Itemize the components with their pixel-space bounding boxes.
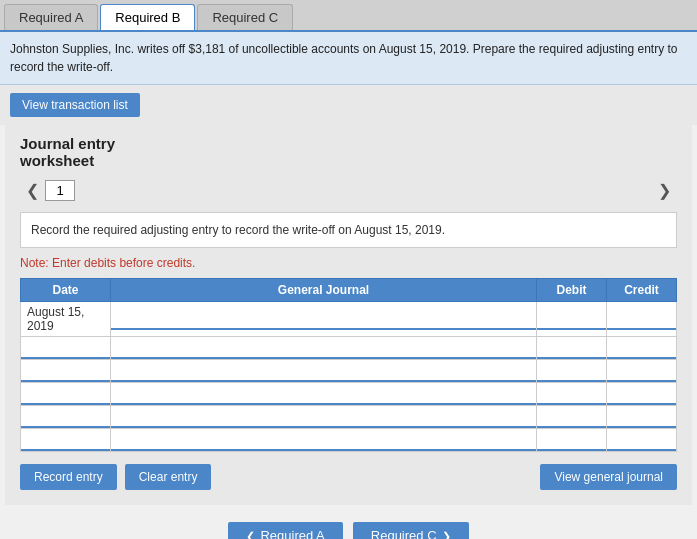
tab-required-c[interactable]: Required C bbox=[197, 4, 293, 30]
view-general-journal-button[interactable]: View general journal bbox=[540, 464, 677, 490]
view-transaction-button[interactable]: View transaction list bbox=[10, 93, 140, 117]
col-credit: Credit bbox=[607, 279, 677, 302]
credit-field-6[interactable] bbox=[607, 429, 676, 451]
info-text: Johnston Supplies, Inc. writes off $3,18… bbox=[10, 42, 678, 74]
journal-input-1[interactable] bbox=[111, 302, 537, 337]
date-field-6[interactable] bbox=[21, 429, 110, 451]
journal-input-5[interactable] bbox=[111, 406, 537, 429]
debit-field-5[interactable] bbox=[537, 406, 606, 428]
date-input-2[interactable] bbox=[21, 337, 111, 360]
journal-field-5[interactable] bbox=[111, 406, 536, 428]
journal-field-1[interactable] bbox=[111, 308, 536, 330]
main-panel: Journal entry worksheet ❮ 1 ❯ Record the… bbox=[5, 125, 692, 505]
table-row bbox=[21, 429, 677, 452]
tab-required-b[interactable]: Required B bbox=[100, 4, 195, 30]
tab-required-a[interactable]: Required A bbox=[4, 4, 98, 30]
debit-input-6[interactable] bbox=[537, 429, 607, 452]
date-input-5[interactable] bbox=[21, 406, 111, 429]
debit-input-5[interactable] bbox=[537, 406, 607, 429]
date-input-4[interactable] bbox=[21, 383, 111, 406]
credit-input-6[interactable] bbox=[607, 429, 677, 452]
credit-input-2[interactable] bbox=[607, 337, 677, 360]
journal-table: Date General Journal Debit Credit August… bbox=[20, 278, 677, 452]
bottom-nav: Required A Required C bbox=[0, 510, 697, 539]
journal-field-6[interactable] bbox=[111, 429, 536, 451]
arrow-left-icon bbox=[246, 528, 255, 539]
debit-field-6[interactable] bbox=[537, 429, 606, 451]
date-input-3[interactable] bbox=[21, 360, 111, 383]
credit-field-4[interactable] bbox=[607, 383, 676, 405]
credit-field-3[interactable] bbox=[607, 360, 676, 382]
action-bar: View transaction list bbox=[0, 85, 697, 125]
page-number: 1 bbox=[45, 180, 75, 201]
nav-required-c-button[interactable]: Required C bbox=[353, 522, 469, 539]
clear-entry-button[interactable]: Clear entry bbox=[125, 464, 212, 490]
journal-field-2[interactable] bbox=[111, 337, 536, 359]
description-text: Record the required adjusting entry to r… bbox=[31, 223, 445, 237]
buttons-row: Record entry Clear entry View general jo… bbox=[20, 464, 677, 490]
tabs-bar: Required A Required B Required C bbox=[0, 0, 697, 32]
journal-input-3[interactable] bbox=[111, 360, 537, 383]
nav-required-c-label: Required C bbox=[371, 528, 437, 539]
note-text: Note: Enter debits before credits. bbox=[20, 256, 677, 270]
credit-input-4[interactable] bbox=[607, 383, 677, 406]
record-entry-button[interactable]: Record entry bbox=[20, 464, 117, 490]
table-row bbox=[21, 337, 677, 360]
debit-input-3[interactable] bbox=[537, 360, 607, 383]
table-row bbox=[21, 383, 677, 406]
table-row bbox=[21, 360, 677, 383]
credit-field-5[interactable] bbox=[607, 406, 676, 428]
arrow-right-icon bbox=[442, 528, 451, 539]
journal-input-4[interactable] bbox=[111, 383, 537, 406]
journal-input-6[interactable] bbox=[111, 429, 537, 452]
table-row: August 15, 2019 bbox=[21, 302, 677, 337]
col-date: Date bbox=[21, 279, 111, 302]
info-bar: Johnston Supplies, Inc. writes off $3,18… bbox=[0, 32, 697, 85]
credit-input-5[interactable] bbox=[607, 406, 677, 429]
date-field-2[interactable] bbox=[21, 337, 110, 359]
debit-input-1[interactable] bbox=[537, 302, 607, 337]
description-box: Record the required adjusting entry to r… bbox=[20, 212, 677, 248]
date-cell: August 15, 2019 bbox=[21, 302, 111, 337]
date-field-3[interactable] bbox=[21, 360, 110, 382]
debit-field-1[interactable] bbox=[537, 308, 606, 330]
date-input-6[interactable] bbox=[21, 429, 111, 452]
pagination: ❮ 1 ❯ bbox=[20, 179, 677, 202]
nav-required-a-button[interactable]: Required A bbox=[228, 522, 342, 539]
date-line1: August 15, bbox=[27, 305, 104, 319]
date-field-5[interactable] bbox=[21, 406, 110, 428]
page-next-button[interactable]: ❯ bbox=[652, 179, 677, 202]
worksheet-title: Journal entry worksheet bbox=[20, 135, 677, 169]
journal-input-2[interactable] bbox=[111, 337, 537, 360]
debit-input-2[interactable] bbox=[537, 337, 607, 360]
journal-field-3[interactable] bbox=[111, 360, 536, 382]
col-general-journal: General Journal bbox=[111, 279, 537, 302]
date-line2: 2019 bbox=[27, 319, 104, 333]
debit-field-2[interactable] bbox=[537, 337, 606, 359]
col-debit: Debit bbox=[537, 279, 607, 302]
date-field-4[interactable] bbox=[21, 383, 110, 405]
journal-field-4[interactable] bbox=[111, 383, 536, 405]
nav-required-a-label: Required A bbox=[260, 528, 324, 539]
credit-input-3[interactable] bbox=[607, 360, 677, 383]
table-row bbox=[21, 406, 677, 429]
debit-field-3[interactable] bbox=[537, 360, 606, 382]
debit-field-4[interactable] bbox=[537, 383, 606, 405]
credit-input-1[interactable] bbox=[607, 302, 677, 337]
page-prev-button[interactable]: ❮ bbox=[20, 179, 45, 202]
debit-input-4[interactable] bbox=[537, 383, 607, 406]
credit-field-1[interactable] bbox=[607, 308, 676, 330]
credit-field-2[interactable] bbox=[607, 337, 676, 359]
